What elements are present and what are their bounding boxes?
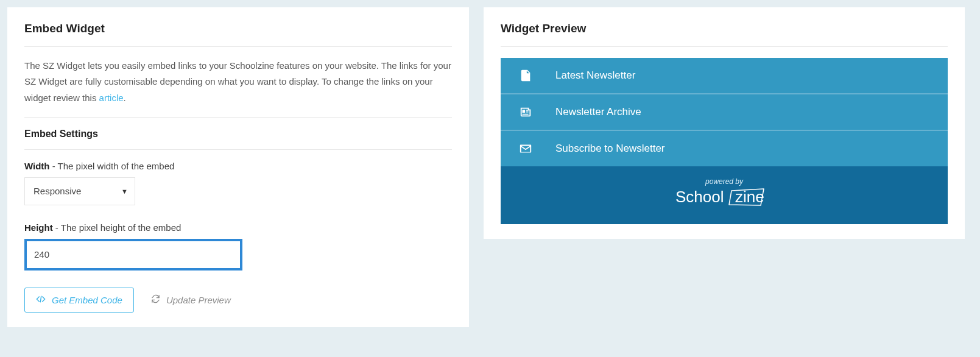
height-label: Height - The pixel height of the embed: [24, 222, 452, 233]
refresh-icon: [151, 294, 160, 305]
update-preview-button[interactable]: Update Preview: [149, 289, 233, 310]
button-row: Get Embed Code Update Preview: [24, 288, 452, 313]
powered-by-label: powered by: [501, 177, 948, 186]
widget-footer: powered by School zine: [501, 166, 948, 224]
width-select[interactable]: Responsive: [24, 177, 135, 205]
divider: [24, 149, 452, 150]
embed-widget-panel: Embed Widget The SZ Widget lets you easi…: [7, 7, 469, 327]
widget-item-label: Newsletter Archive: [555, 106, 641, 118]
widget-preview-panel: Widget Preview Latest Newsletter Newslet…: [484, 7, 965, 239]
embed-title: Embed Widget: [24, 22, 452, 35]
height-input[interactable]: [24, 239, 242, 270]
embed-description: The SZ Widget lets you easily embed link…: [24, 58, 452, 106]
svg-text:zine: zine: [735, 188, 764, 206]
widget-item-latest-newsletter[interactable]: Latest Newsletter: [501, 58, 948, 94]
embed-settings-heading: Embed Settings: [24, 129, 452, 140]
schoolzine-logo: School zine: [675, 187, 773, 208]
divider: [501, 46, 948, 47]
preview-title: Widget Preview: [501, 22, 948, 35]
document-icon: [519, 69, 532, 82]
svg-line-0: [40, 296, 41, 302]
width-label: Width - The pixel width of the embed: [24, 161, 452, 171]
widget-item-newsletter-archive[interactable]: Newsletter Archive: [501, 94, 948, 131]
width-select-wrap: Responsive ▼: [24, 177, 135, 205]
widget-preview: Latest Newsletter Newsletter Archive Sub…: [501, 58, 948, 224]
article-link[interactable]: article: [99, 93, 124, 103]
widget-item-label: Latest Newsletter: [555, 69, 635, 82]
code-icon: [36, 294, 46, 306]
divider: [24, 117, 452, 118]
divider: [24, 46, 452, 47]
envelope-icon: [519, 142, 532, 155]
widget-item-subscribe[interactable]: Subscribe to Newsletter: [501, 131, 948, 166]
widget-item-label: Subscribe to Newsletter: [555, 143, 665, 155]
svg-text:School: School: [675, 188, 724, 206]
get-embed-code-button[interactable]: Get Embed Code: [24, 288, 134, 313]
newspaper-icon: [519, 105, 532, 119]
